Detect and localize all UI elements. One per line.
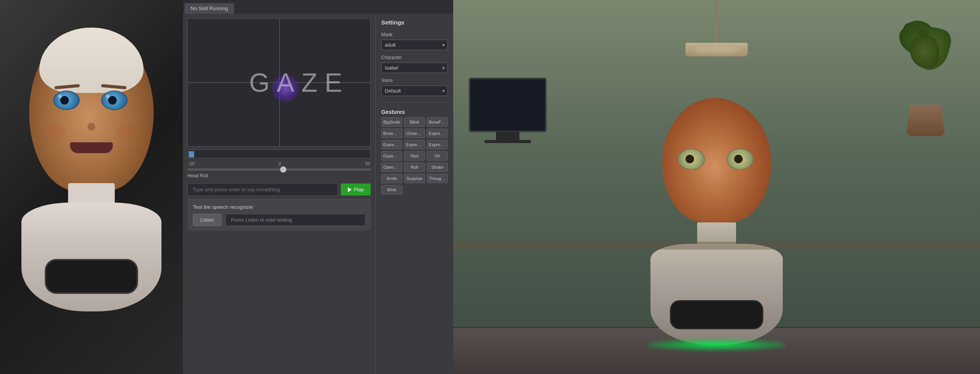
speech-status: Press Listen to start testing <box>225 214 365 226</box>
monitor-base <box>484 140 531 143</box>
gestures-section: Gestures BigSmileBlinkBrowFro...BrowRai.… <box>381 109 448 194</box>
say-section: Play <box>188 183 371 196</box>
right-robot-eye-left <box>678 149 705 170</box>
settings-character-group: Character Isabel Alex Sam <box>381 55 448 73</box>
settings-title: Settings <box>381 19 448 26</box>
gaze-dot <box>272 75 299 102</box>
voice-select[interactable]: Default Voice 1 Voice 2 <box>381 86 448 96</box>
right-robot-head <box>662 98 771 222</box>
speech-controls: Listen Press Listen to start testing <box>193 214 365 226</box>
slider-max: 20 <box>365 161 370 166</box>
gesture-btn-1[interactable]: Blink <box>404 117 425 127</box>
gesture-btn-3[interactable]: BrowRai... <box>381 129 402 138</box>
gesture-btn-6[interactable]: Express... <box>381 140 402 149</box>
lamp-cord <box>715 0 718 47</box>
gesture-btn-10[interactable]: Nod <box>404 151 425 161</box>
gesture-btn-0[interactable]: BigSmile <box>381 117 402 127</box>
slider-labels: -20 0 20 <box>188 161 371 166</box>
lamp-glow <box>693 47 740 54</box>
head-roll-section: -20 0 20 Head Roll <box>188 161 371 178</box>
robot-left-head <box>29 28 154 191</box>
gestures-title: Gestures <box>381 109 448 115</box>
right-robot-neck <box>697 222 736 244</box>
gesture-btn-16[interactable]: Surprise <box>404 174 425 183</box>
character-label: Character <box>381 55 448 60</box>
gesture-btn-18[interactable]: Wink <box>381 185 402 194</box>
gesture-btn-11[interactable]: Oh <box>427 151 448 161</box>
gesture-btn-8[interactable]: Express... <box>427 140 448 149</box>
tab-bar: No Skill Running <box>183 0 453 14</box>
gesture-btn-14[interactable]: Shake <box>427 163 448 172</box>
settings-mask-group: Mask adult child none <box>381 32 448 50</box>
voice-label: Voice <box>381 78 448 83</box>
timeline-progress <box>189 151 194 157</box>
robot-left-eye-right <box>101 91 128 110</box>
gesture-btn-13[interactable]: Roll <box>404 163 425 172</box>
play-label: Play <box>354 187 364 192</box>
gesture-btn-9[interactable]: GazeAw... <box>381 151 402 161</box>
gesture-btn-4[interactable]: CloseEy... <box>404 129 425 138</box>
character-select[interactable]: Isabel Alex Sam <box>381 63 448 73</box>
left-robot-photo <box>0 0 183 374</box>
slider-min: -20 <box>188 161 195 166</box>
voice-select-wrapper: Default Voice 1 Voice 2 <box>381 86 448 96</box>
gaze-panel: GAZE -20 0 20 Head Roll <box>183 14 375 374</box>
gestures-grid: BigSmileBlinkBrowFro...BrowRai...CloseEy… <box>381 117 448 194</box>
play-icon <box>348 187 352 192</box>
gesture-btn-5[interactable]: Express... <box>427 129 448 138</box>
robot-left-mouth <box>70 142 113 153</box>
gesture-btn-12[interactable]: OpenEyes <box>381 163 402 172</box>
gesture-btn-7[interactable]: Express... <box>404 140 425 149</box>
speech-title: Test the speech recognizer <box>193 204 365 210</box>
timeline-bar[interactable] <box>188 150 371 158</box>
play-button[interactable]: Play <box>341 184 371 196</box>
character-select-wrapper: Isabel Alex Sam <box>381 63 448 73</box>
right-robot-eye-right <box>726 149 754 170</box>
gesture-btn-15[interactable]: Smile <box>381 174 402 183</box>
middle-panel: No Skill Running GAZE -20 0 20 <box>183 0 453 374</box>
shelf <box>453 242 980 250</box>
right-robot-body <box>650 244 783 345</box>
slider-mid: 0 <box>279 161 281 166</box>
robot-left-eye-left <box>53 91 80 110</box>
room-monitor <box>469 78 547 132</box>
mask-select[interactable]: adult child none <box>381 40 448 50</box>
mask-select-wrapper: adult child none <box>381 40 448 50</box>
settings-divider <box>381 102 448 103</box>
tab-no-skill-running[interactable]: No Skill Running <box>184 3 234 14</box>
gaze-viewer[interactable]: GAZE <box>188 18 371 147</box>
speech-section: Test the speech recognizer Listen Press … <box>188 199 371 231</box>
head-roll-label: Head Roll <box>188 173 371 178</box>
listen-button[interactable]: Listen <box>193 214 221 226</box>
gesture-btn-17[interactable]: Thought... <box>427 174 448 183</box>
right-robot <box>647 98 787 351</box>
green-glow <box>647 339 787 351</box>
settings-panel: Settings Mask adult child none Character… <box>375 14 453 374</box>
right-robot-photo <box>453 0 980 374</box>
robot-left-body <box>21 203 161 311</box>
mask-label: Mask <box>381 32 448 37</box>
settings-voice-group: Voice Default Voice 1 Voice 2 <box>381 78 448 96</box>
head-roll-track[interactable] <box>188 168 371 171</box>
room-plant <box>894 19 957 136</box>
say-input[interactable] <box>188 183 338 196</box>
gesture-btn-2[interactable]: BrowFro... <box>427 117 448 127</box>
